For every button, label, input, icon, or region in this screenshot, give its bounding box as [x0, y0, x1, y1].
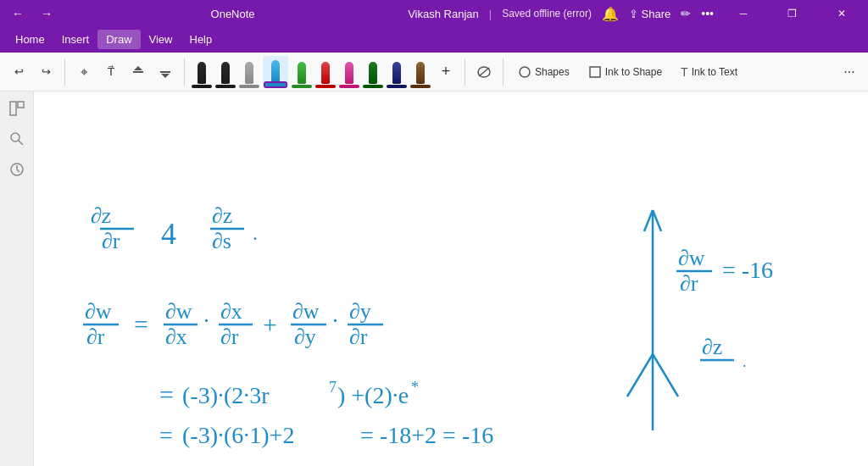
pen-brown[interactable]	[410, 56, 431, 88]
pen-pink[interactable]	[339, 56, 359, 88]
svg-text:∂y: ∂y	[349, 299, 371, 324]
shapes-label: Shapes	[535, 66, 570, 78]
svg-text:∂z: ∂z	[212, 203, 232, 228]
svg-rect-0	[133, 71, 143, 73]
ink-to-shape-button[interactable]: Ink to Shape	[581, 61, 670, 83]
undo-button[interactable]: ↩	[7, 58, 31, 86]
svg-marker-1	[134, 66, 142, 70]
svg-text:∂x: ∂x	[220, 299, 242, 324]
svg-text:4: 4	[161, 217, 176, 251]
svg-line-11	[19, 141, 23, 145]
svg-text:·: ·	[332, 308, 338, 334]
bell-icon[interactable]: 🔔	[602, 6, 619, 22]
titlebar: ← → OneNote Vikash Ranjan | Saved offlin…	[0, 0, 868, 27]
menu-home[interactable]: Home	[7, 30, 53, 49]
add-space-up-button[interactable]	[126, 58, 150, 86]
titlebar-window-controls: ← →	[7, 7, 58, 20]
pen-icon[interactable]: ✏	[681, 7, 691, 20]
sidebar-search-icon[interactable]	[7, 129, 27, 149]
menu-help[interactable]: Help	[181, 30, 221, 49]
svg-rect-2	[160, 71, 170, 73]
add-space-down-button[interactable]	[153, 58, 177, 86]
eraser-button[interactable]	[472, 58, 496, 86]
svg-text:∂w: ∂w	[292, 299, 320, 324]
svg-rect-9	[18, 102, 24, 108]
lasso-button[interactable]: ⌖	[72, 58, 96, 86]
add-pen-button[interactable]: +	[434, 58, 458, 86]
svg-line-52	[644, 210, 653, 231]
sidebar-history-icon[interactable]	[7, 159, 27, 180]
pen-blue[interactable]	[263, 56, 288, 88]
svg-marker-3	[161, 74, 170, 78]
redo-button[interactable]: ↪	[34, 58, 58, 86]
pen-dark-blue[interactable]	[387, 56, 407, 88]
svg-text:∂r: ∂r	[680, 271, 698, 296]
svg-text:∂z: ∂z	[90, 203, 113, 228]
svg-text:·: ·	[203, 308, 209, 334]
forward-button[interactable]: →	[36, 7, 58, 20]
pen-green[interactable]	[292, 56, 312, 88]
user-name: Vikash Ranjan	[408, 8, 479, 20]
ink-to-text-label: Ink to Text	[692, 66, 737, 78]
svg-line-53	[653, 210, 661, 231]
svg-text:.: .	[743, 353, 747, 370]
toolbar-sep-2	[184, 58, 185, 86]
minimize-button[interactable]: ─	[724, 0, 763, 27]
svg-text:=: =	[134, 310, 148, 338]
svg-text:.: .	[253, 222, 258, 244]
close-button[interactable]: ✕	[822, 0, 861, 27]
pen-red[interactable]	[315, 56, 336, 88]
maximize-button[interactable]: ❐	[773, 0, 812, 27]
svg-line-5	[479, 68, 489, 76]
svg-text:*: *	[411, 379, 419, 396]
titlebar-right: Vikash Ranjan | Saved offline (error) 🔔 …	[408, 0, 861, 27]
app-title: OneNote	[211, 8, 255, 20]
svg-text:∂r: ∂r	[86, 325, 105, 349]
svg-line-50	[653, 354, 678, 397]
menu-insert[interactable]: Insert	[53, 30, 98, 49]
save-status: Saved offline (error)	[502, 8, 592, 19]
svg-text:∂r: ∂r	[220, 325, 239, 349]
more-toolbar-button[interactable]: ···	[837, 58, 861, 86]
svg-text:∂x: ∂x	[165, 325, 187, 349]
svg-rect-7	[590, 67, 600, 77]
toolbar: ↩ ↪ ⌖ T⃗	[0, 53, 868, 92]
svg-text:) +(2)·e: ) +(2)·e	[337, 382, 409, 408]
menu-view[interactable]: View	[141, 30, 181, 49]
svg-text:=: =	[360, 422, 374, 448]
more-icon[interactable]: •••	[701, 7, 714, 20]
sidebar	[0, 92, 34, 466]
svg-text:∂r: ∂r	[349, 325, 368, 349]
svg-text:7: 7	[329, 379, 337, 396]
pen-black-1[interactable]	[192, 56, 212, 88]
ink-to-text-button[interactable]: T Ink to Text	[673, 61, 745, 83]
type-select-button[interactable]: T⃗	[99, 58, 123, 86]
svg-text:∂r: ∂r	[102, 229, 120, 253]
share-icon[interactable]: ⇪ Share	[629, 8, 670, 20]
svg-text:(-3)·(2·3r: (-3)·(2·3r	[182, 382, 270, 408]
note-canvas[interactable]: ∂z ∂r 4 ∂z ∂s . ∂w ∂r = ∂w ∂x · ∂x ∂r	[34, 92, 868, 466]
svg-text:(-3)·(6·1)+2: (-3)·(6·1)+2	[182, 422, 294, 448]
shapes-button[interactable]: Shapes	[510, 61, 577, 83]
pen-gray[interactable]	[239, 56, 259, 88]
handwriting-content: ∂z ∂r 4 ∂z ∂s . ∂w ∂r = ∂w ∂x · ∂x ∂r	[34, 92, 868, 466]
svg-text:∂w: ∂w	[85, 299, 112, 324]
pen-black-2[interactable]	[215, 56, 236, 88]
svg-text:=: =	[159, 380, 174, 408]
menu-draw[interactable]: Draw	[97, 30, 140, 49]
svg-point-6	[520, 67, 530, 77]
svg-line-51	[627, 354, 653, 397]
svg-text:=: =	[159, 422, 173, 448]
ink-to-shape-label: Ink to Shape	[605, 66, 662, 78]
sidebar-pages-icon[interactable]	[7, 98, 27, 119]
svg-text:+: +	[263, 310, 277, 338]
svg-text:∂y: ∂y	[294, 325, 316, 349]
svg-rect-8	[10, 102, 16, 115]
back-button[interactable]: ←	[7, 7, 29, 20]
pen-dark-green[interactable]	[363, 56, 383, 88]
menubar: Home Insert Draw View Help	[0, 27, 868, 53]
content-area: ∂z ∂r 4 ∂z ∂s . ∂w ∂r = ∂w ∂x · ∂x ∂r	[0, 92, 868, 466]
svg-text:= -16: = -16	[722, 257, 773, 283]
svg-point-10	[11, 133, 19, 141]
svg-text:∂w: ∂w	[165, 299, 192, 324]
